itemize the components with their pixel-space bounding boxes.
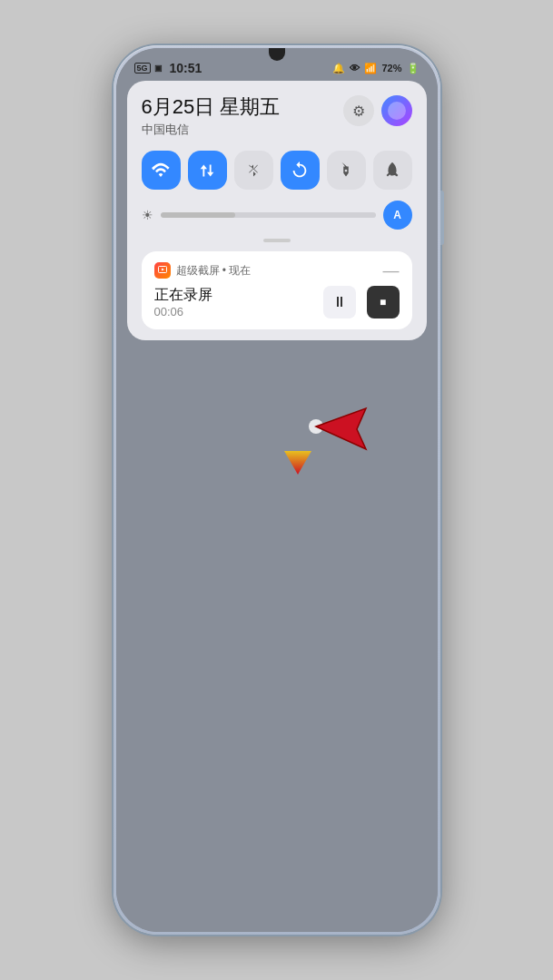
panel-date-section: 6月25日 星期五 中国电信 [142,95,281,138]
panel-icons-top: ⚙ [343,95,412,126]
phone-frame: 5G ▣ 10:51 🔔 👁 📶 72% 🔋 6月25日 星期五 [114,45,440,935]
notif-header-left: 超级截屏 • 现在 [154,262,252,279]
phone-screen: 5G ▣ 10:51 🔔 👁 📶 72% 🔋 6月25日 星期五 [116,48,438,932]
battery-pct: 72% [381,63,401,74]
auto-brightness-button[interactable]: A [383,201,412,230]
flashlight-toggle[interactable] [327,151,366,190]
brightness-row: ☀ A [142,201,412,230]
rocket-icon [382,161,402,181]
brightness-fill [161,212,236,218]
notif-text: 正在录屏 00:06 [154,286,212,318]
rotation-icon [290,161,310,181]
notif-app-name: 超级截屏 • 现在 [176,263,252,279]
signal-5g-icon: 5G [134,63,151,74]
main-screen-area [116,340,438,758]
notch [266,48,288,64]
user-avatar-button[interactable] [381,95,412,126]
status-right: 🔔 👁 📶 72% 🔋 [332,63,419,74]
performance-toggle[interactable] [373,151,412,190]
drag-handle[interactable] [263,239,291,242]
notif-elapsed: 00:06 [154,305,212,318]
toggle-row [142,151,412,190]
brightness-icon: ☀ [142,208,153,222]
alarm-icon: 🔔 [332,63,345,74]
notif-app-icon [154,262,171,279]
avatar-inner [388,102,406,120]
eye-icon: 👁 [350,63,360,74]
cursor-arrow-annotation [307,404,370,467]
wifi-icon [151,161,171,181]
record-icon [157,265,168,276]
notif-header: 超级截屏 • 现在 — [154,262,400,279]
notification-card: 超级截屏 • 现在 — 正在录屏 00:06 [142,251,412,329]
mobile-data-toggle[interactable] [188,151,227,190]
gear-icon: ⚙ [352,103,365,120]
wifi-status-icon: 📶 [364,63,377,74]
rotation-toggle[interactable] [281,151,320,190]
auto-label: A [393,209,401,221]
status-left: 5G ▣ 10:51 [134,61,202,75]
notif-actions: ⏸ ■ [323,286,400,318]
pause-button[interactable]: ⏸ [323,286,356,318]
sim-icon: ▣ [154,64,163,73]
settings-button[interactable]: ⚙ [343,95,374,126]
panel-date: 6月25日 星期五 [142,95,281,119]
battery-icon: 🔋 [407,63,420,74]
notif-title: 正在录屏 [154,286,212,305]
brightness-bar[interactable] [161,212,376,218]
annotation-arrows [225,395,370,522]
bluetooth-icon [243,161,263,181]
svg-marker-5 [316,408,366,449]
data-arrows-icon [197,161,217,181]
quick-panel: 6月25日 星期五 中国电信 ⚙ [127,81,427,340]
panel-header: 6月25日 星期五 中国电信 ⚙ [142,95,412,138]
screen-content: 5G ▣ 10:51 🔔 👁 📶 72% 🔋 6月25日 星期五 [116,48,438,932]
stop-button[interactable]: ■ [367,286,400,318]
panel-carrier: 中国电信 [142,122,281,138]
svg-marker-1 [162,269,164,271]
flashlight-icon [336,161,356,181]
notif-dismiss-button[interactable]: — [383,262,400,279]
notif-body: 正在录屏 00:06 ⏸ ■ [154,286,400,318]
wifi-toggle[interactable] [142,151,181,190]
status-time: 10:51 [170,61,202,75]
bluetooth-toggle[interactable] [234,151,273,190]
